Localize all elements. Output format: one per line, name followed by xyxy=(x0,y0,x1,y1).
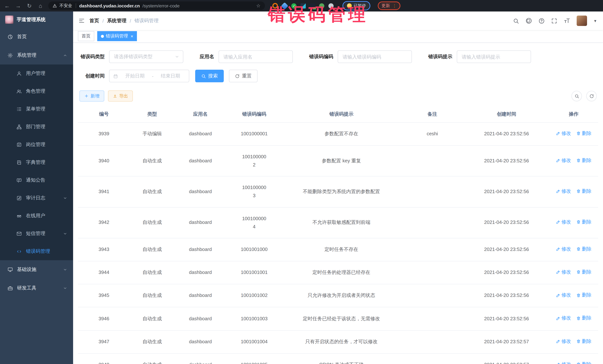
delete-button[interactable]: 删除 xyxy=(576,245,591,253)
delete-button[interactable]: 删除 xyxy=(576,157,591,164)
sidebar-item-基础设施[interactable]: 基础设施 xyxy=(0,260,73,279)
reset-button[interactable]: 重置 xyxy=(229,70,257,82)
hamburger-icon[interactable] xyxy=(78,17,85,24)
filter-form: 错误码类型 请选择错误码类型 应用名 错误码编码 错误码提示 xyxy=(73,43,603,82)
delete-button[interactable]: 删除 xyxy=(576,361,591,364)
delete-button[interactable]: 删除 xyxy=(576,188,591,195)
sidebar-item-角色管理[interactable]: 角色管理 xyxy=(0,82,73,100)
browser-menu-icon[interactable]: ⋮ xyxy=(392,3,397,8)
close-icon[interactable]: × xyxy=(131,33,133,39)
export-button[interactable]: 导出 xyxy=(108,90,133,101)
cell-id: 3942 xyxy=(78,207,130,238)
extension-gray-puzzle-icon[interactable] xyxy=(328,3,334,8)
error-code-input[interactable] xyxy=(338,54,412,59)
download-icon xyxy=(113,94,117,98)
fullscreen-icon[interactable] xyxy=(551,18,557,24)
trash-icon xyxy=(576,316,581,320)
tab-首页[interactable]: 首页 xyxy=(78,31,94,41)
tab-label: 首页 xyxy=(82,33,91,39)
user-avatar[interactable] xyxy=(577,16,587,26)
sidebar-item-通知公告[interactable]: 通知公告 xyxy=(0,171,73,189)
refresh-table-button[interactable] xyxy=(586,91,597,101)
delete-button[interactable]: 删除 xyxy=(576,130,591,138)
edit-button[interactable]: 修改 xyxy=(556,157,571,164)
cell-created: 2021-04-20 23:52:56 xyxy=(464,284,549,307)
trash-icon xyxy=(576,189,581,194)
url-path: /system/error-code xyxy=(142,3,180,8)
error-type-select[interactable]: 请选择错误码类型 xyxy=(109,50,183,63)
help-icon[interactable] xyxy=(538,18,545,24)
gear-icon xyxy=(7,53,13,58)
app-name-input[interactable] xyxy=(219,54,292,59)
browser-forward-icon[interactable]: → xyxy=(15,3,22,9)
edit-button[interactable]: 修改 xyxy=(556,291,571,299)
sidebar-item-部门管理[interactable]: 部门管理 xyxy=(0,118,73,136)
extension-green-check-icon[interactable] xyxy=(291,3,297,8)
address-bar[interactable]: 不安全 dashboard.yudao.iocoder.cn/system/er… xyxy=(48,1,265,10)
sidebar-item-岗位管理[interactable]: 岗位管理 xyxy=(0,136,73,154)
breadcrumb-item[interactable]: 系统管理 xyxy=(107,17,126,24)
delete-button[interactable]: 删除 xyxy=(576,338,591,345)
bookmark-star-icon[interactable]: ☆ xyxy=(256,3,260,9)
cell-type: 自动生成 xyxy=(130,353,174,364)
date-range-picker[interactable]: 开始日期 - 结束日期 xyxy=(109,70,189,82)
font-size-icon[interactable] xyxy=(564,17,570,24)
extension-blue-gem-icon[interactable] xyxy=(281,2,288,10)
cell-id: 3940 xyxy=(78,145,130,176)
sidebar-item-短信管理[interactable]: 短信管理 xyxy=(0,225,73,243)
sidebar-item-错误码管理[interactable]: 错误码管理 xyxy=(0,243,73,260)
extension-green-icon[interactable] xyxy=(319,3,324,8)
edit-button[interactable]: 修改 xyxy=(556,361,571,364)
sidebar-item-用户管理[interactable]: 用户管理 xyxy=(0,65,73,82)
browser-back-icon[interactable]: ← xyxy=(4,3,10,9)
add-button[interactable]: 新增 xyxy=(79,90,104,101)
extension-orange-ring-icon[interactable] xyxy=(272,3,278,9)
cell-id: 3943 xyxy=(78,238,130,261)
chevron-down-icon xyxy=(63,267,67,272)
error-msg-input[interactable] xyxy=(457,54,531,59)
cell-app: dashboard xyxy=(174,330,226,353)
search-icon[interactable] xyxy=(513,18,519,24)
browser-reload-icon[interactable]: ↻ xyxy=(26,2,33,9)
edit-button[interactable]: 修改 xyxy=(556,268,571,276)
delete-button[interactable]: 删除 xyxy=(576,291,591,299)
delete-button[interactable]: 删除 xyxy=(576,218,591,226)
breadcrumb-item[interactable]: 首页 xyxy=(89,17,99,24)
log-icon xyxy=(16,195,22,201)
browser-update-button[interactable]: 更新 xyxy=(382,3,390,9)
edit-button[interactable]: 修改 xyxy=(556,245,571,253)
trash-icon xyxy=(576,339,581,344)
sidebar-item-在线用户[interactable]: 在线用户 xyxy=(0,207,73,225)
sidebar-item-菜单管理[interactable]: 菜单管理 xyxy=(0,100,73,118)
delete-button[interactable]: 删除 xyxy=(576,268,591,276)
search-button[interactable]: 搜索 xyxy=(195,70,224,82)
trash-icon xyxy=(576,270,581,275)
github-icon[interactable] xyxy=(525,17,532,24)
edit-button[interactable]: 修改 xyxy=(556,130,571,138)
sidebar-item-系统管理[interactable]: 系统管理 xyxy=(0,46,73,65)
edit-button[interactable]: 修改 xyxy=(556,218,571,226)
column-header-创建时间: 创建时间 xyxy=(464,106,549,122)
book-icon xyxy=(16,160,22,165)
extension-on-switch-icon[interactable]: on xyxy=(310,3,315,8)
table-row: 3940自动生成dashboard1001000002参数配置 key 重复20… xyxy=(78,145,598,176)
sidebar-item-首页[interactable]: 首页 xyxy=(0,27,73,46)
filter-error-code: 错误码编码 xyxy=(309,50,412,63)
sidebar-item-研发工具[interactable]: 研发工具 xyxy=(0,279,73,297)
edit-button[interactable]: 修改 xyxy=(556,315,571,322)
edit-button[interactable]: 修改 xyxy=(556,188,571,195)
tab-错误码管理[interactable]: 错误码管理× xyxy=(97,31,137,41)
profile-paused-badge[interactable]: 已暂停 xyxy=(344,2,369,9)
sidebar-item-字典管理[interactable]: 字典管理 xyxy=(0,154,73,171)
sidebar: 芋道管理系统 首页系统管理用户管理角色管理菜单管理部门管理岗位管理字典管理通知公… xyxy=(0,11,73,364)
browser-home-icon[interactable]: ⌂ xyxy=(37,3,44,9)
delete-button[interactable]: 删除 xyxy=(576,315,591,322)
toggle-search-button[interactable] xyxy=(571,91,582,101)
edit-button[interactable]: 修改 xyxy=(556,338,571,345)
tags-view: 首页错误码管理× xyxy=(73,30,603,43)
sidebar-item-审计日志[interactable]: 审计日志 xyxy=(0,189,73,207)
chevron-down-icon[interactable]: ▼ xyxy=(593,19,597,23)
column-header-编号: 编号 xyxy=(78,106,130,122)
extension-grid-icon[interactable] xyxy=(301,3,306,8)
cell-code: 1001001004 xyxy=(226,330,282,353)
